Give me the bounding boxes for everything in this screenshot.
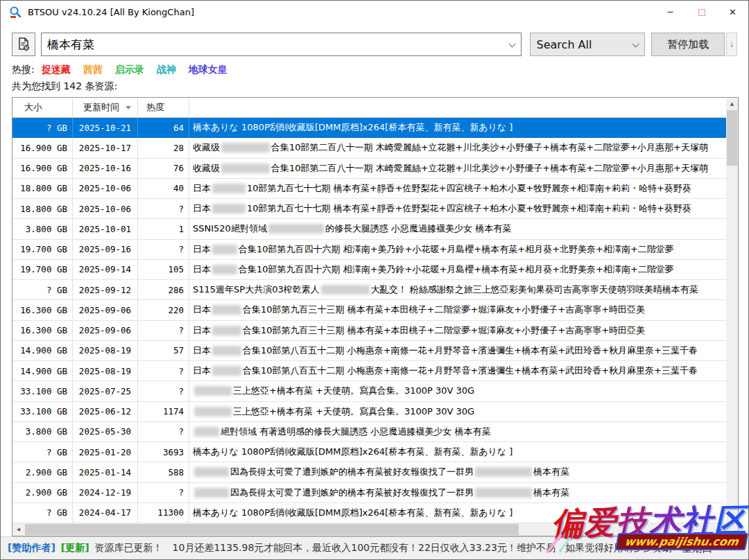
column-header-heat[interactable]: 热度 [138, 98, 189, 117]
title-text: 日本 [193, 365, 211, 377]
load-more-button[interactable]: ↓ [726, 33, 737, 56]
scroll-down-icon[interactable]: ▼ [726, 511, 738, 523]
cell-date: 2024-12-19 [73, 483, 138, 502]
censored-text [212, 366, 241, 376]
app-logo-icon [8, 6, 22, 19]
table-row[interactable]: 33.100 GB2025-06-121174 三上悠亞+橋本有菜 +天使萌。寫… [12, 402, 726, 422]
vertical-scrollbar[interactable]: ▲ ▼ [726, 98, 738, 523]
cell-date: 2025-10-17 [73, 138, 138, 157]
censored-text [212, 346, 241, 356]
scroll-up-icon[interactable]: ▲ [726, 98, 738, 110]
cell-size: 19.700 GB [12, 260, 73, 279]
search-settings-button[interactable] [12, 33, 35, 56]
pause-load-button[interactable]: 暂停加载 [651, 33, 725, 56]
maximize-button[interactable] [686, 1, 717, 24]
engine-select[interactable]: Search All [530, 33, 646, 56]
column-header-title[interactable] [189, 98, 726, 117]
title-text: 絕對領域 有著透明感的修長大腿誘惑 小惡魔過膝襪美少女 橋本有菜 [221, 426, 490, 438]
cell-title: 因為長得太可愛了遭到嫉妒的橋本有菜被好友報復找了一群男 橋本有菜 [189, 483, 726, 502]
table-row[interactable]: 16.900 GB2025-10-1728收藏级合集10部第二百八十一期 木崎愛… [12, 138, 726, 158]
horizontal-scroll-thumb[interactable] [25, 524, 519, 535]
censored-text [212, 265, 237, 274]
table-row[interactable]: 19.700 GB2025-09-16?日本合集10部第九百四十六期 相澤南+美… [12, 240, 726, 260]
cell-date: 2025-09-14 [73, 260, 138, 279]
censored-text [194, 407, 232, 417]
document-gear-icon [16, 37, 31, 52]
title-text: S115週年SP大共演03榨乾素人 [193, 283, 320, 296]
horizontal-scrollbar[interactable]: ◀ ▶ [12, 523, 726, 536]
cell-heat: 588 [138, 462, 189, 482]
table-row[interactable]: 19.700 GB2025-09-14105日本合集10部第九百四十六期 相澤南… [12, 260, 726, 280]
table-row[interactable]: 33.100 GB2025-07-25? 三上悠亞+橋本有菜 +天使萌。寫真合集… [12, 381, 726, 401]
censored-text [268, 224, 324, 234]
table-row[interactable]: 3.800 GB2025-05-30?絕對領域 有著透明感的修長大腿誘惑 小惡魔… [12, 422, 726, 442]
table-row[interactable]: 2.900 GB2025-01-14588 因為長得太可愛了遭到嫉妒的橋本有菜被… [12, 462, 726, 482]
cell-heat: ? [138, 240, 189, 259]
search-input-value: 橋本有菜 [47, 37, 94, 53]
table-row[interactable]: 16.900 GB2025-10-1676收藏级合集10部第二百八十一期 木崎愛… [12, 159, 726, 179]
hot-search-bar: 热搜: 捉迷藏茜茜启示录战神地球女皇 [12, 63, 737, 77]
cell-date: 2025-09-12 [73, 280, 138, 299]
cell-heat: 286 [138, 280, 189, 299]
hot-search-link[interactable]: 捉迷藏 [42, 64, 71, 76]
status-bar: [赞助作者][更新]资源库已更新！10月还差1135.98元才能回本，最近收入1… [1, 536, 748, 559]
close-button[interactable]: ✕ [717, 1, 748, 24]
censored-text [212, 245, 237, 254]
scroll-right-icon[interactable]: ▶ [714, 523, 726, 536]
title-text: 合集10部第二百八十一期 木崎愛麗絲+立花雛+川北美沙+小野優子+橋本有菜+二階… [271, 141, 708, 154]
vertical-scroll-thumb[interactable] [727, 110, 737, 166]
cell-title: 收藏级合集10部第二百八十一期 木崎愛麗絲+立花雛+川北美沙+小野優子+橋本有菜… [189, 138, 726, 157]
table-row[interactable]: ? GB2025-09-12286S115週年SP大共演03榨乾素人 大亂交！ … [12, 280, 726, 300]
table-row[interactable]: 18.800 GB2025-10-06?日本10部第九百七十七期 橋本有菜+靜香… [12, 199, 726, 219]
cell-size: 14.900 GB [12, 361, 73, 380]
toolbar: 橋本有菜 Search All 暂停加载 ↓ [12, 33, 737, 56]
minimize-button[interactable]: ─ [655, 1, 686, 24]
search-input[interactable]: 橋本有菜 [41, 33, 522, 56]
title-text: 日本 [193, 263, 211, 276]
cell-heat: 64 [138, 118, 189, 137]
table-row[interactable]: ? GB2025-01-203693橋本ありな 1080P刮削收藏版[DMM原档… [12, 442, 726, 462]
title-text: SSNI520絕對領域 [193, 222, 267, 235]
table-header: 大小 更新时间 热度 [12, 98, 726, 118]
cell-date: 2025-09-06 [73, 321, 138, 340]
title-text: 合集10部第九百四十六期 相澤南+美乃鈴+小花暖+月島櫻+橋本有菜+相月葵+北野… [239, 243, 674, 256]
title-text: 合集10部第八百五十二期 小梅惠奈+南條一花+月野琴音+濱邊彌生+橋本有菜+武田… [243, 344, 698, 357]
sort-desc-icon [126, 106, 131, 110]
table-row[interactable]: ? GB2025-10-2164橋本ありな 1080P刮削收藏版[DMM原档]x… [12, 118, 726, 138]
weekday-label: 星期四 [682, 537, 712, 560]
app-window: BTSOU v24.10.24 [All By KiongChan] ─ ✕ [0, 0, 749, 560]
table-row[interactable]: 18.800 GB2025-10-0640日本10部第九百七十七期 橋本有菜+靜… [12, 179, 726, 199]
table-row[interactable]: 14.900 GB2025-08-19?日本合集10部第八百五十二期 小梅惠奈+… [12, 361, 726, 381]
title-text: 三上悠亞+橋本有菜 +天使萌。寫真合集。3100P 30V 30G [233, 385, 474, 397]
cell-size: ? GB [12, 503, 73, 523]
hot-search-link[interactable]: 茜茜 [83, 64, 103, 76]
cell-heat: 57 [138, 341, 189, 360]
column-header-date[interactable]: 更新时间 [73, 98, 138, 117]
update-link[interactable]: [更新] [61, 542, 89, 553]
scroll-left-icon[interactable]: ◀ [12, 523, 24, 536]
cell-heat: ? [138, 483, 189, 502]
hot-search-link[interactable]: 战神 [157, 64, 176, 76]
cell-size: 14.900 GB [12, 341, 73, 360]
table-row[interactable]: 2.900 GB2024-12-19? 因為長得太可愛了遭到嫉妒的橋本有菜被好友… [12, 483, 726, 503]
cell-size: 18.800 GB [12, 179, 73, 198]
table-row[interactable]: 14.900 GB2025-08-1957日本合集10部第八百五十二期 小梅惠奈… [12, 341, 726, 361]
title-text: 日本 [193, 243, 211, 256]
table-row[interactable]: 3.800 GB2025-10-011SSNI520絕對領域 的修長大腿誘惑 小… [12, 219, 726, 239]
table-row[interactable]: ? GB2024-04-1711300橋本ありな 1080P刮削收藏版[DMM原… [12, 503, 726, 523]
censored-text [475, 467, 532, 477]
maximize-icon [698, 9, 705, 16]
column-header-size[interactable]: 大小 [12, 98, 73, 117]
hot-search-link[interactable]: 地球女皇 [189, 64, 227, 76]
sponsor-link[interactable]: [赞助作者] [8, 542, 55, 553]
censored-text [221, 164, 270, 173]
cell-title: S115週年SP大共演03榨乾素人 大亂交！ 粉絲感謝祭之旅三上悠亞彩美旬果葵司… [189, 280, 726, 299]
hot-search-link[interactable]: 启示录 [115, 64, 144, 76]
cell-title: 日本合集10部第九百四十六期 相澤南+美乃鈴+小花暖+月島櫻+橋本有菜+相月葵+… [189, 260, 726, 279]
table-row[interactable]: 16.300 GB2025-09-06220日本合集10部第九百三十三期 橋本有… [12, 300, 726, 320]
scrollbar-corner [726, 523, 738, 536]
table-row[interactable]: 16.300 GB2025-09-06?日本合集10部第九百三十三期 橋本有菜+… [12, 321, 726, 341]
cell-title: 橋本ありな 1080P刮削收藏版[DMM原档]x264[桥本有菜、新有菜、新あり… [189, 442, 726, 462]
cell-date: 2025-10-06 [73, 179, 138, 198]
title-text: 日本 [193, 344, 211, 357]
